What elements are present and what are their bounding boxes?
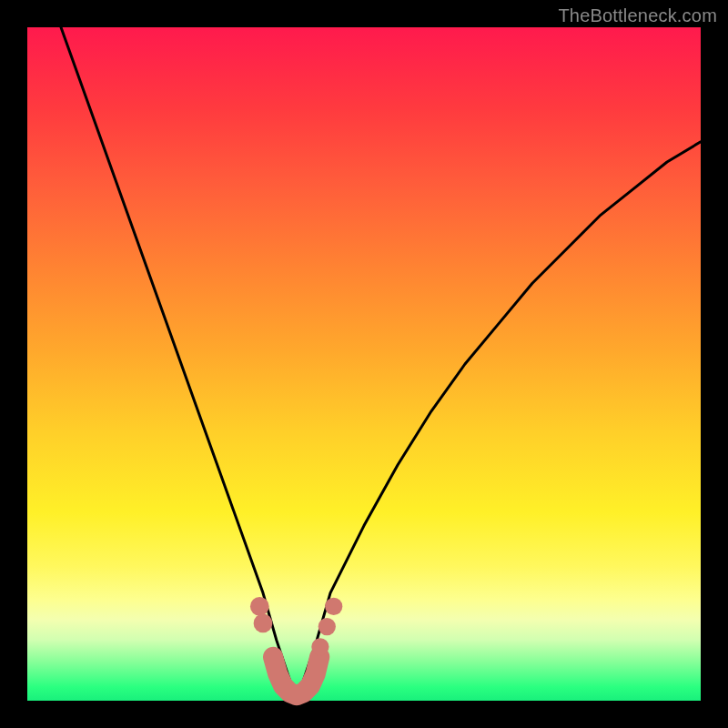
marker-right-low [311,638,329,655]
series-bottleneck-curve [61,27,701,694]
marker-right-top [325,598,342,615]
plot-area [27,27,701,701]
chart-svg [27,27,701,701]
valley-band [273,657,319,695]
marker-left-pair-lower [254,614,273,633]
curve-layer [61,27,701,694]
valley-band-layer [273,657,319,695]
marker-right-mid [318,618,336,635]
chart-frame: TheBottleneck.com [0,0,728,728]
marker-layer [250,597,342,655]
marker-left-pair-upper [250,597,269,616]
watermark-text: TheBottleneck.com [558,5,717,26]
